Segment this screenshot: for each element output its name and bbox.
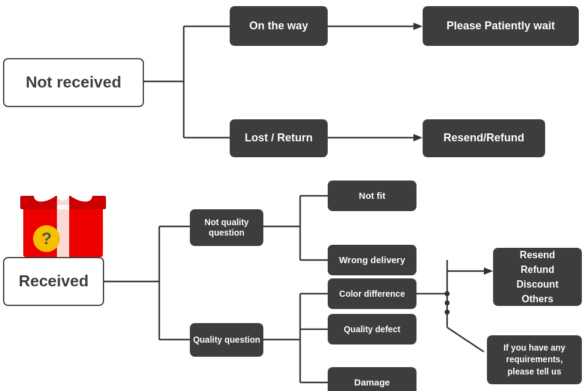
svg-point-36 xyxy=(57,188,69,201)
color-difference-node: Color difference xyxy=(328,278,417,309)
please-wait-node: Please Patiently wait xyxy=(423,6,579,46)
wrong-delivery-node: Wrong delivery xyxy=(328,245,417,275)
resend-refund-top-node: Resend/Refund xyxy=(423,119,545,157)
received-node: Received xyxy=(3,257,104,306)
svg-marker-7 xyxy=(413,134,423,141)
gift-box-image: ? xyxy=(11,165,115,257)
svg-marker-5 xyxy=(413,23,423,30)
svg-text:?: ? xyxy=(41,229,51,248)
not-fit-node: Not fit xyxy=(328,181,417,211)
svg-marker-27 xyxy=(484,267,493,275)
svg-rect-31 xyxy=(57,205,69,257)
svg-point-23 xyxy=(445,291,450,296)
svg-point-24 xyxy=(445,300,450,305)
not-quality-question-node: Not quality question xyxy=(190,209,263,246)
damage-node: Damage xyxy=(328,367,417,391)
requirements-node: If you have any requirements, please tel… xyxy=(487,335,582,384)
quality-question-node: Quality question xyxy=(190,323,263,357)
resend-refund-right-node: Resend Refund Discount Others xyxy=(493,248,582,306)
not-received-node: Not received xyxy=(3,58,144,107)
quality-defect-node: Quality defect xyxy=(328,314,417,344)
svg-line-28 xyxy=(447,327,484,352)
svg-point-25 xyxy=(445,310,450,315)
flowchart: Not received On the way Please Patiently… xyxy=(0,0,588,391)
on-the-way-node: On the way xyxy=(230,6,328,46)
lost-return-node: Lost / Return xyxy=(230,119,328,157)
